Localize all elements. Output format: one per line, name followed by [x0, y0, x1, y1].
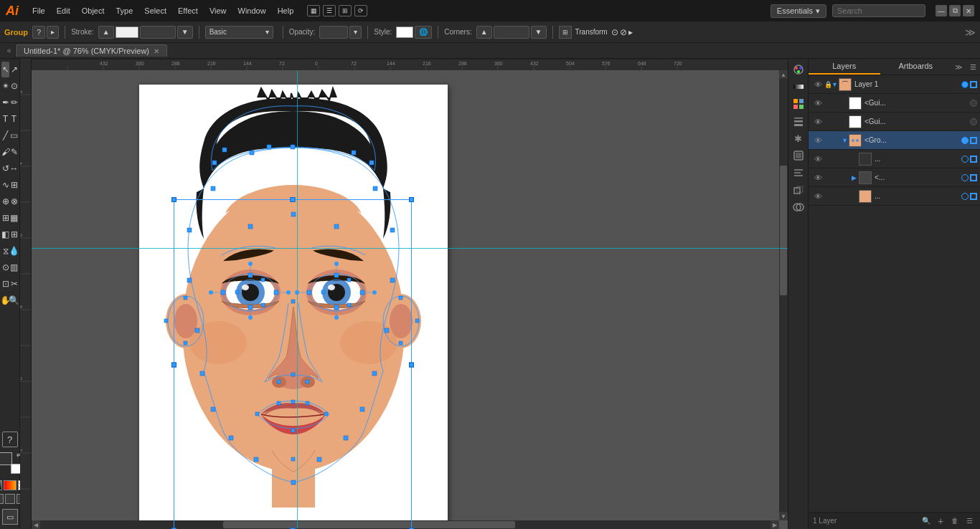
magic-wand-tool[interactable]: ✴ [1, 78, 9, 94]
document-tab[interactable]: Untitled-1* @ 76% (CMYK/Preview) ✕ [16, 44, 167, 57]
opacity-input[interactable]: 100% [319, 26, 348, 39]
transform-button[interactable]: Transform [573, 28, 610, 36]
close-button[interactable]: ✕ [963, 5, 974, 16]
mode-icon[interactable]: ☰ [323, 5, 336, 16]
slice-tool[interactable]: ✂ [10, 276, 18, 292]
scrollbar-vertical[interactable]: ▲ ▼ [779, 70, 788, 520]
perspective-tool[interactable]: ⊞ [1, 210, 9, 226]
zoom-tool[interactable]: 🔍 [10, 292, 18, 308]
layer-visibility-gui2[interactable]: 👁 [811, 115, 824, 128]
free-transform-tool[interactable]: ⊞ [10, 177, 18, 193]
layer-panel-menu-btn[interactable]: ☰ [963, 515, 976, 528]
search-input[interactable] [832, 4, 925, 17]
expand-panel-btn[interactable]: « [3, 44, 16, 57]
layer-color-gro[interactable] [961, 137, 969, 144]
layer-item-sub2[interactable]: 👁 ▶ <... [809, 168, 980, 187]
background-color[interactable] [11, 464, 21, 474]
scroll-left-btn[interactable]: ◀ [32, 520, 40, 529]
layer-color-gui1[interactable] [970, 100, 977, 107]
gradient-tool[interactable]: ◧ [1, 227, 9, 242]
info-button[interactable]: ? [32, 26, 45, 39]
opacity-arrow[interactable]: ▾ [349, 26, 362, 39]
mirror-tool[interactable]: ↔ [10, 161, 18, 176]
style-globe-btn[interactable]: 🌐 [415, 26, 432, 39]
layer-arrow-sub2[interactable]: ▶ [852, 174, 859, 181]
menu-file[interactable]: File [27, 5, 50, 16]
color-panel-btn[interactable] [791, 62, 806, 77]
toolbar-expand-icon[interactable]: ≫ [965, 27, 976, 38]
layer-color-sub1[interactable] [961, 156, 969, 163]
view-icon2[interactable]: ⊞ [339, 5, 352, 16]
layer-select-gro[interactable] [970, 137, 977, 144]
pathfinder-panel-btn[interactable] [791, 199, 806, 215]
layer-visibility-gro[interactable]: 👁 [811, 134, 824, 147]
menu-edit[interactable]: Edit [52, 5, 75, 16]
layer-select-sub2[interactable] [970, 174, 977, 181]
canvas-container[interactable]: ▲ ▼ ◀ ▶ [32, 70, 788, 529]
minimize-button[interactable]: — [936, 5, 947, 16]
layer-select-layer1[interactable] [970, 81, 977, 88]
layer-lock-layer1[interactable]: 🔒 [824, 81, 831, 88]
scrollbar-horizontal[interactable]: ◀ ▶ [32, 520, 779, 529]
type-tool[interactable]: T [1, 111, 9, 127]
layer-item-sub3[interactable]: 👁 ... [809, 187, 980, 206]
layer-visibility-sub3[interactable]: 👁 [811, 190, 824, 203]
gradient-panel-btn[interactable] [791, 79, 806, 95]
column-graph-tool[interactable]: ▥ [10, 259, 18, 275]
layers-panel-expand[interactable]: ≫ [951, 59, 966, 75]
stroke-input[interactable] [140, 26, 176, 39]
menu-type[interactable]: Type [111, 5, 138, 16]
layer-visibility-sub2[interactable]: 👁 [811, 171, 824, 184]
line-tool[interactable]: ╱ [1, 128, 9, 143]
scroll-thumb-v[interactable] [780, 166, 787, 295]
warp-tool[interactable]: ∿ [1, 177, 9, 193]
direct-selection-tool[interactable]: ↗ [10, 62, 18, 77]
pencil-tool[interactable]: ✎ [10, 144, 18, 160]
layer-arrow-layer1[interactable]: ▼ [831, 81, 839, 88]
layer-item-gro[interactable]: 👁 ▼ <Gro... [809, 131, 980, 150]
scroll-thumb-h[interactable] [223, 521, 515, 528]
artboard-tool[interactable]: ⊡ [1, 276, 9, 292]
layer-item-sub1[interactable]: 👁 ... [809, 150, 980, 168]
gradient-mode-btn[interactable] [4, 480, 17, 490]
corners-input[interactable] [494, 26, 529, 39]
corners-up[interactable]: ▲ [476, 26, 492, 39]
stroke-up-btn[interactable]: ▲ [98, 26, 114, 39]
maximize-button[interactable]: ⧉ [949, 5, 961, 16]
symbol-panel-btn[interactable]: ✱ [791, 130, 806, 146]
chart-tool[interactable]: ▦ [10, 210, 18, 226]
add-anchor-tool[interactable]: ✏ [10, 95, 18, 110]
pen-tool[interactable]: ✒ [1, 95, 9, 110]
find-layer-btn[interactable]: 🔍 [920, 515, 933, 528]
mesh-tool[interactable]: ⊞ [10, 227, 18, 242]
artboard[interactable] [139, 85, 448, 529]
help-tool[interactable]: ? [2, 432, 18, 447]
layer-color-layer1[interactable] [961, 81, 969, 88]
transform-icon1[interactable]: ⊙ [611, 27, 618, 37]
sync-icon[interactable]: ⟳ [354, 5, 367, 16]
paintbrush-tool[interactable]: 🖌 [1, 144, 9, 160]
doc-icon[interactable]: ▦ [307, 5, 320, 16]
layer-visibility-layer1[interactable]: 👁 [811, 78, 824, 91]
swatch-panel-btn[interactable] [791, 96, 806, 112]
rect-tool[interactable]: ▭ [10, 128, 18, 143]
transform-panel-btn[interactable] [791, 182, 806, 198]
layer-visibility-gui1[interactable]: 👁 [811, 97, 824, 110]
layer-item-layer1[interactable]: 👁 🔒 ▼ Layer 1 [809, 75, 980, 94]
transform-icon3[interactable]: ▸ [628, 27, 633, 37]
shape-builder-tool[interactable]: ⊕ [1, 194, 9, 209]
style-arrow-btn[interactable]: ▸ [47, 26, 59, 39]
essentials-button[interactable]: Essentials ▾ [771, 4, 826, 18]
menu-help[interactable]: Help [273, 5, 299, 16]
layers-panel-menu[interactable]: ☰ [966, 59, 980, 75]
eyedropper-tool[interactable]: 💧 [10, 243, 18, 259]
layer-select-sub3[interactable] [970, 193, 977, 200]
transform-icon2[interactable]: ⊘ [620, 27, 627, 37]
live-paint-tool[interactable]: ⊗ [10, 194, 18, 209]
corners-down[interactable]: ▼ [531, 26, 547, 39]
layer-item-gui2[interactable]: 👁 <Gui... [809, 113, 980, 131]
doc-tab-close[interactable]: ✕ [154, 47, 159, 55]
lasso-tool[interactable]: ⊙ [10, 78, 18, 94]
menu-window[interactable]: Window [233, 5, 271, 16]
add-layer-btn[interactable]: + [934, 515, 947, 528]
